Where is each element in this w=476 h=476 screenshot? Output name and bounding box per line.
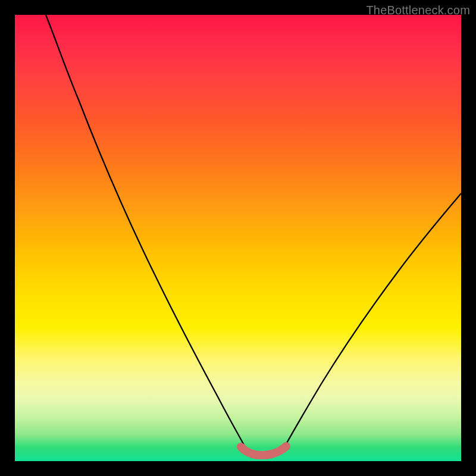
plot-area bbox=[15, 15, 461, 461]
watermark-text: TheBottleneck.com bbox=[366, 4, 470, 17]
left-curve bbox=[46, 15, 246, 448]
curve-layer bbox=[15, 15, 461, 461]
chart-frame: TheBottleneck.com bbox=[0, 0, 476, 476]
flat-bottom-band bbox=[241, 446, 286, 455]
right-curve bbox=[284, 193, 461, 448]
